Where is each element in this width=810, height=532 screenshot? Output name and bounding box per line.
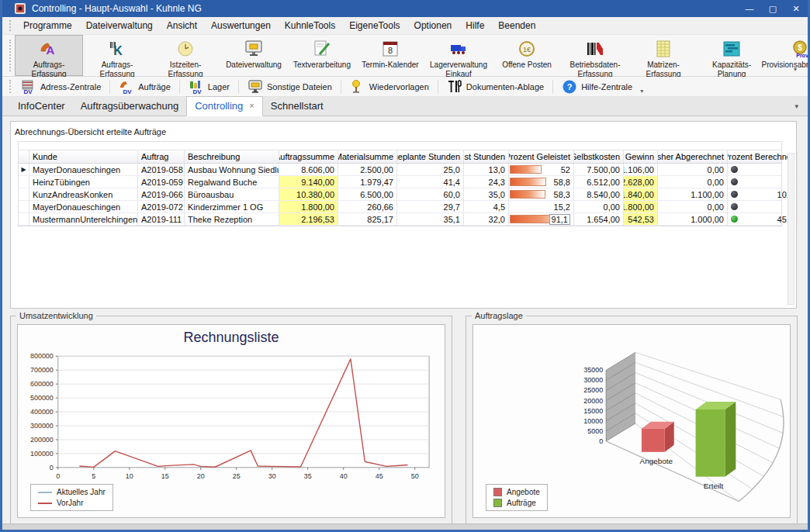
cell-value: MayerDonaueschingen (33, 165, 120, 174)
tab-close-icon[interactable]: × (249, 102, 254, 110)
tab-auftragsüberwachung[interactable]: Auftragsüberwachung (73, 97, 186, 116)
cell-value: Regalwand Buche (188, 178, 257, 187)
status-dot (731, 178, 738, 185)
cell-value: 542,53 (628, 215, 654, 224)
status-dot (731, 203, 738, 210)
menu-item-programme[interactable]: Programme (16, 18, 79, 33)
column-header-bisher_abgerechnet[interactable]: bisher Abgerechnet (658, 150, 728, 163)
column-header-selbstkosten[interactable]: Selbstkosten (574, 150, 624, 163)
column-header-auftrag[interactable]: Auftrag (138, 150, 185, 163)
tab-infocenter[interactable]: InfoCenter (10, 97, 73, 116)
table-row[interactable]: KunzAndreasKonkenA2019-066Büroausbau10.3… (19, 188, 781, 201)
toolbar-button-termin-kalender[interactable]: 8Termin-Kalender (356, 35, 424, 76)
svg-text:45: 45 (376, 472, 383, 480)
column-header-filler[interactable] (798, 150, 804, 163)
table-row[interactable]: HeinzTübingenA2019-059Regalwand Buche9.1… (19, 176, 781, 188)
quickbar-button-adress-zentrale[interactable]: DVAdress-Zentrale (15, 77, 107, 96)
cell-geplante_stunden: 29,7 (397, 201, 464, 212)
column-header-geplante_stunden[interactable]: geplante Stunden (397, 150, 464, 163)
svg-text:1€: 1€ (523, 46, 531, 54)
cell-bisher_abgerechnet: 0,00 (658, 176, 728, 188)
tab-label: Controlling (195, 100, 243, 112)
column-header-materialsumme[interactable]: Materialsumme (338, 150, 397, 163)
menu-item-ansicht[interactable]: Ansicht (160, 18, 204, 33)
column-header-ist_stunden[interactable]: Ist Stunden (464, 150, 509, 163)
toolbar-main: AAuftrags-Erfassung(Erweitert)KAuftrags-… (2, 34, 808, 77)
cell-value: 1.800,00 (301, 202, 334, 212)
column-header-prozent_geleistet[interactable]: Prozent Geleistet (509, 150, 574, 163)
column-header-gewinn[interactable]: Gewinn (624, 150, 658, 163)
menu-item-beenden[interactable]: Beenden (491, 18, 542, 33)
tab-controlling[interactable]: Controlling× (186, 96, 263, 116)
column-header-auftragssumme[interactable]: Auftragssumme (279, 150, 338, 163)
column-header-kunde[interactable]: Kunde (29, 150, 138, 163)
toolbar-quick: DVAdress-ZentraleDVAufträgeDVLagerSonsti… (2, 77, 808, 97)
minimize-button[interactable]: — (738, 0, 761, 17)
menu-item-auswertungen[interactable]: Auswertungen (204, 18, 278, 33)
table-row[interactable]: ▶MayerDonaueschingenA2019-058Ausbau Wohn… (19, 164, 781, 176)
cell-value: 1.979,47 (360, 178, 393, 187)
quickbar-button-wiedervorlagen[interactable]: Wiedervorlagen (344, 77, 435, 96)
toolbar-button-matrizen[interactable]: Matrizen-Erfassung (629, 35, 698, 76)
textverarbeitung-icon (312, 39, 332, 59)
quickbar-button-dokumenten-ablage[interactable]: Dokumenten-Ablage (441, 77, 550, 96)
grid-header-row: KundeAuftragBeschreibungAuftragssummeMat… (19, 150, 781, 164)
cell-selbstkosten: 7.500,00 (574, 164, 624, 175)
svg-text:800000: 800000 (30, 352, 54, 360)
cell-ist_stunden: 4,5 (464, 201, 509, 212)
toolbar-button-kapazitaets[interactable]: Kapazitäts-Planung (698, 35, 766, 76)
close-button[interactable]: ✕ (784, 0, 808, 17)
quickbar-button-label: Wiedervorlagen (369, 82, 429, 92)
tab-schnellstart[interactable]: Schnellstart (263, 97, 331, 116)
menu-item-eigenetools[interactable]: EigeneTools (342, 18, 407, 33)
quickbar-button-hilfe-zentrale[interactable]: ?Hilfe-Zentrale (556, 77, 639, 96)
toolbar-button-auftrag-basis[interactable]: KAuftrags-Erfassung(Basis) (83, 35, 151, 76)
quickbar-button-lager[interactable]: DVLager (182, 77, 236, 96)
toolbar-button-lagerverwaltung[interactable]: LagerverwaltungEinkauf (424, 35, 493, 76)
tab-label: Auftragsüberwachung (81, 100, 178, 112)
cell-value: A2019-111 (141, 215, 182, 224)
cell-value: 10.380,00 (296, 190, 334, 199)
toolbar-button-betriebsdaten[interactable]: Betriebsdaten-Erfassung (561, 35, 629, 76)
quickbar-button-label: Lager (208, 82, 230, 92)
cell-ist_stunden: 32,0 (464, 213, 509, 225)
table-row[interactable]: MayerDonaueschingenA2019-072Kinderzimmer… (19, 201, 781, 213)
cell-geplante_stunden: 41,4 (397, 176, 464, 188)
toolbar-separator (238, 80, 239, 94)
orders-grid: KundeAuftragBeschreibungAuftragssummeMat… (18, 141, 782, 226)
cell-beschreibung: Kinderzimmer 1 OG (185, 201, 279, 212)
active-row-marker: ▶ (21, 166, 26, 173)
cell-value: 4,5 (493, 202, 505, 212)
toolbar-button-provision[interactable]: $ProvProvisionsabrechnung (766, 35, 810, 76)
toolbar-button-dateiverwaltung[interactable]: Dateiverwaltung (220, 35, 288, 76)
toolbar-overflow-icon[interactable]: ▾ (794, 66, 797, 73)
toolbar-button-auftrag-erweitert[interactable]: AAuftrags-Erfassung(Erweitert) (15, 35, 83, 76)
toolbar-button-offene-posten[interactable]: 1€Offene Posten (493, 35, 561, 76)
table-row[interactable]: MustermannUnterelchingenA2019-111Theke R… (19, 213, 781, 226)
section-title: Abrechnungs-Übersicht erteilte Aufträge (11, 122, 796, 141)
cell-bisher_abgerechnet: 1.000,00 (658, 213, 728, 225)
quickbar-button-auftraege[interactable]: DVAufträge (112, 77, 177, 96)
toolbar-button-istzeiten[interactable]: Istzeiten-Erfassung (151, 35, 220, 76)
cell-gewinn: 542,53 (624, 213, 658, 225)
cell-ist_stunden: 13,0 (464, 164, 509, 175)
column-header-label: Prozent Berechnet (728, 152, 794, 161)
menu-item-dateiverwaltung[interactable]: Dateiverwaltung (79, 18, 160, 33)
column-header-marker[interactable] (19, 150, 29, 163)
menu-item-hilfe[interactable]: Hilfe (459, 18, 491, 33)
cell-beschreibung: Ausbau Wohnung Siedlung 1 (185, 164, 279, 175)
menu-item-optionen[interactable]: Optionen (407, 18, 459, 33)
quickbar-button-sonstige-dateien[interactable]: Sonstige Dateien (241, 77, 338, 96)
toolbar-button-textverarbeitung[interactable]: Textverarbeitung (288, 35, 356, 76)
quickbar-overflow-icon[interactable]: ▾ (640, 88, 643, 96)
percent-value: 58,3 (554, 190, 570, 199)
menu-item-kuhnletools[interactable]: KuhnleTools (278, 18, 342, 33)
tab-overflow-icon[interactable]: ▾ (794, 102, 798, 110)
istzeiten-icon (175, 39, 196, 59)
table-scrollbar[interactable] (788, 153, 794, 305)
cell-auftragssumme: 8.606,00 (279, 164, 338, 175)
column-header-beschreibung[interactable]: Beschreibung (185, 150, 279, 163)
maximize-button[interactable]: ▢ (761, 0, 784, 17)
toolbar-separator (109, 80, 110, 94)
cell-value: 60,0 (444, 190, 460, 199)
